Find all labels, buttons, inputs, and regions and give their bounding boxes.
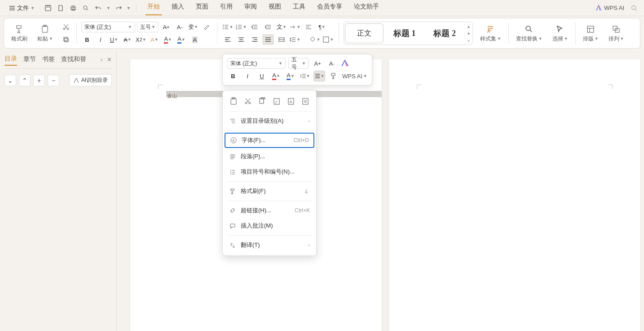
text-direction-button[interactable]: 文▼ — [276, 22, 287, 32]
ctx-toc-level[interactable]: 设置目录级别(A) › — [223, 113, 316, 129]
style-scroll-down[interactable]: ▾ — [465, 30, 472, 37]
align-left-button[interactable] — [222, 34, 234, 45]
tab-tools[interactable]: 工具 — [291, 1, 307, 15]
ctx-paragraph[interactable]: 段落(P)... — [223, 149, 316, 164]
style-scroll-up[interactable]: ▴ — [465, 22, 472, 30]
tab-member[interactable]: 会员专享 — [315, 1, 344, 15]
mini-align[interactable]: ▼ — [313, 71, 325, 81]
cut-button[interactable] — [60, 22, 72, 32]
find-replace-button[interactable]: 查找替换▼ — [513, 23, 545, 44]
nav-tab-chapter[interactable]: 章节 — [23, 54, 36, 65]
ltr-button[interactable]: ▼ — [289, 22, 301, 32]
mini-wps-ai-label[interactable]: WPS AI▼ — [342, 73, 367, 80]
ctx-paste-text-icon[interactable] — [301, 97, 310, 106]
borders-button[interactable]: ▼ — [322, 34, 334, 45]
grow-font-button[interactable]: A+ — [160, 22, 172, 32]
mini-font-combo[interactable]: 宋体 (正文)▼ — [227, 58, 286, 69]
increase-indent-button[interactable] — [262, 22, 274, 32]
redo-icon[interactable] — [114, 4, 123, 13]
page-2[interactable] — [389, 59, 640, 331]
mini-shrink-font[interactable]: A- — [326, 58, 338, 69]
style-set-button[interactable]: A 样式集▼ — [477, 23, 504, 44]
mini-size-combo[interactable]: 五号▼ — [288, 58, 309, 69]
ctx-translate[interactable]: 文A 翻译(T) › — [223, 237, 316, 253]
nav-tab-bookmark[interactable]: 书签 — [42, 54, 55, 65]
style-heading1[interactable]: 标题 1 — [384, 22, 425, 45]
ctx-paste-icon[interactable] — [229, 97, 238, 106]
show-marks-button[interactable]: ¶▼ — [316, 22, 328, 32]
arrange-button[interactable]: 排列▼ — [606, 23, 627, 44]
superscript-button[interactable]: X2▼ — [135, 34, 147, 45]
change-case-button[interactable]: 变▼ — [187, 22, 199, 32]
bullets-button[interactable]: ▼ — [222, 22, 234, 32]
decrease-indent-button[interactable] — [249, 22, 260, 32]
bold-button[interactable]: B — [81, 34, 93, 45]
print-preview-icon[interactable] — [56, 4, 65, 13]
tab-page[interactable]: 页面 — [194, 1, 210, 15]
distribute-button[interactable] — [276, 34, 287, 45]
italic-button[interactable]: I — [95, 34, 106, 45]
tab-thesis[interactable]: 论文助手 — [352, 1, 381, 15]
font-size-combo[interactable]: 五号▼ — [137, 22, 159, 32]
font-name-combo[interactable]: 宋体 (正文)▼ — [81, 22, 135, 32]
mini-format-painter[interactable] — [328, 71, 340, 81]
layout-button[interactable]: 排版▼ — [580, 23, 601, 44]
mini-underline[interactable]: U — [256, 71, 268, 81]
tab-view[interactable]: 视图 — [267, 1, 283, 15]
ctx-format-painter[interactable]: 格式刷(F) — [223, 183, 316, 199]
search-icon[interactable] — [630, 4, 639, 13]
ctx-cut-icon[interactable] — [243, 97, 252, 106]
shrink-font-button[interactable]: A- — [174, 22, 185, 32]
style-more[interactable]: ▿ — [465, 37, 472, 44]
underline-button[interactable]: U▼ — [108, 34, 120, 45]
ctx-paste-special-icon[interactable] — [272, 97, 281, 106]
nav-tab-find[interactable]: 查找和替 — [61, 54, 86, 65]
ctx-copy-icon[interactable] — [258, 97, 267, 106]
line-spacing-button[interactable]: ▼ — [289, 34, 301, 45]
file-menu[interactable]: 文件 ▼ — [5, 2, 38, 14]
numbering-button[interactable]: 123▼ — [235, 22, 247, 32]
ctx-bullets-numbering[interactable]: 项目符号和编号(N)... — [223, 164, 316, 179]
add-button[interactable]: + — [33, 75, 45, 86]
mini-wps-ai-icon[interactable] — [340, 59, 349, 68]
paste-button[interactable]: 粘贴▼ — [35, 23, 56, 44]
mini-font-color[interactable]: A▼ — [285, 71, 296, 81]
tab-reference[interactable]: 引用 — [218, 1, 234, 15]
undo-icon[interactable] — [94, 4, 103, 13]
tab-review[interactable]: 审阅 — [243, 1, 259, 15]
nav-tab-toc[interactable]: 目录 — [4, 53, 17, 66]
ai-toc-button[interactable]: AI识别目录 — [69, 74, 112, 86]
redo-dropdown[interactable]: ▼ — [127, 6, 131, 10]
tab-start[interactable]: 开始 — [146, 1, 162, 15]
style-heading2[interactable]: 标题 2 — [424, 22, 465, 45]
wps-ai-button[interactable]: WPS AI — [595, 4, 624, 12]
ctx-hyperlink[interactable]: 超链接(H)... Ctrl+K — [223, 203, 316, 218]
align-right-button[interactable] — [249, 34, 260, 45]
save-icon[interactable] — [44, 4, 53, 13]
align-center-button[interactable] — [235, 34, 247, 45]
text-effect-button[interactable]: A▼ — [149, 34, 160, 45]
align-justify-button[interactable] — [262, 34, 274, 45]
ctx-insert-comment[interactable]: 插入批注(M) — [223, 218, 316, 233]
select-button[interactable]: 选择▼ — [550, 23, 571, 44]
highlight-button[interactable]: A▼ — [162, 34, 174, 45]
ctx-paste-match-icon[interactable]: A — [287, 97, 296, 106]
undo-dropdown[interactable]: ▼ — [106, 6, 110, 10]
expand-button[interactable]: ⌄ — [4, 75, 16, 86]
mini-line-spacing[interactable]: ▼ — [299, 71, 311, 81]
collapse-button[interactable]: ⌃ — [19, 75, 31, 86]
format-painter-button[interactable]: 格式刷 — [9, 23, 30, 44]
strikethrough-button[interactable]: A▼ — [122, 34, 133, 45]
style-body[interactable]: 正文 — [345, 23, 384, 43]
mini-italic[interactable]: I — [242, 71, 253, 81]
tab-insert[interactable]: 插入 — [170, 1, 186, 15]
mini-bold[interactable]: B — [227, 71, 239, 81]
nav-close-icon[interactable]: ✕ — [107, 56, 112, 63]
font-color-button[interactable]: A▼ — [176, 34, 187, 45]
mini-grow-font[interactable]: A+ — [312, 58, 323, 69]
character-shading-button[interactable]: A — [189, 34, 201, 45]
nav-more-icon[interactable]: › — [101, 56, 102, 63]
mini-highlight[interactable]: A▼ — [270, 71, 282, 81]
remove-button[interactable]: − — [48, 75, 59, 86]
ctx-font[interactable]: A 字体(F)... Ctrl+D — [225, 133, 314, 148]
